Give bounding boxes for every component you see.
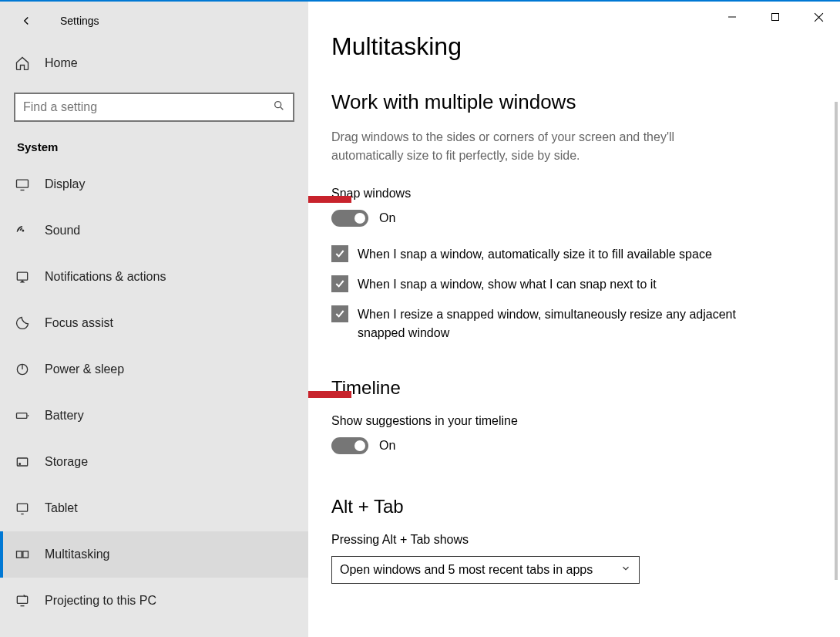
- sidebar: Settings Home System DisplaySoundNotific…: [0, 2, 308, 637]
- sidebar-item-label: Multitasking: [45, 548, 109, 561]
- section-alttab-heading: Alt + Tab: [331, 496, 840, 517]
- timeline-toggle[interactable]: [331, 437, 368, 454]
- snap-toggle[interactable]: [331, 210, 368, 227]
- notifications-icon: [14, 269, 31, 285]
- svg-point-0: [275, 102, 281, 108]
- snap-checkbox-2[interactable]: [331, 305, 348, 322]
- section-snap-desc: Drag windows to the sides or corners of …: [331, 128, 732, 165]
- section-timeline-heading: Timeline: [331, 377, 840, 399]
- focus-icon: [14, 315, 31, 331]
- alttab-label: Pressing Alt + Tab shows: [331, 533, 840, 547]
- sidebar-item-label: Power & sleep: [45, 362, 124, 376]
- search-box[interactable]: [14, 93, 294, 122]
- search-icon: [273, 99, 285, 115]
- sidebar-item-tablet[interactable]: Tablet: [0, 485, 308, 531]
- sidebar-item-sound[interactable]: Sound: [0, 207, 308, 254]
- page-title: Multitasking: [331, 32, 840, 61]
- svg-rect-9: [17, 551, 22, 558]
- alttab-dropdown[interactable]: Open windows and 5 most recent tabs in a…: [331, 556, 640, 584]
- power-icon: [14, 362, 31, 377]
- timeline-toggle-state: On: [379, 439, 395, 453]
- snap-toggle-state: On: [379, 211, 395, 225]
- chevron-down-icon: [620, 563, 631, 577]
- svg-rect-8: [17, 504, 27, 511]
- svg-point-7: [19, 463, 21, 465]
- timeline-label: Show suggestions in your timeline: [331, 414, 840, 428]
- svg-rect-11: [17, 596, 27, 603]
- sidebar-item-power[interactable]: Power & sleep: [0, 346, 308, 393]
- svg-rect-10: [23, 551, 29, 558]
- svg-rect-3: [17, 272, 27, 280]
- nav-list: DisplaySoundNotifications & actionsFocus…: [0, 161, 308, 637]
- nav-home-label: Home: [45, 56, 78, 70]
- svg-rect-6: [17, 458, 27, 466]
- snap-check-label-2: When I resize a snapped window, simultan…: [358, 305, 763, 341]
- sidebar-item-label: Focus assist: [45, 316, 113, 330]
- sidebar-item-label: Storage: [45, 455, 88, 469]
- sidebar-item-label: Notifications & actions: [45, 270, 166, 284]
- snap-checkbox-0[interactable]: [331, 245, 348, 262]
- snap-check-label-1: When I snap a window, show what I can sn…: [358, 275, 657, 293]
- tablet-icon: [14, 501, 31, 516]
- sidebar-item-focus[interactable]: Focus assist: [0, 300, 308, 346]
- svg-rect-1: [17, 180, 29, 187]
- sidebar-item-label: Battery: [45, 409, 84, 423]
- snap-checkbox-1[interactable]: [331, 275, 348, 292]
- nav-category: System: [0, 130, 308, 161]
- back-button[interactable]: [15, 10, 37, 32]
- home-icon: [14, 56, 31, 71]
- sidebar-item-label: Tablet: [45, 501, 78, 515]
- sidebar-item-display[interactable]: Display: [0, 161, 308, 207]
- sidebar-item-battery[interactable]: Battery: [0, 393, 308, 439]
- sidebar-item-label: Projecting to this PC: [45, 594, 156, 608]
- sidebar-item-projecting[interactable]: Projecting to this PC: [0, 578, 308, 624]
- nav-home[interactable]: Home: [0, 40, 308, 86]
- storage-icon: [14, 454, 31, 470]
- sidebar-item-storage[interactable]: Storage: [0, 439, 308, 485]
- sidebar-item-label: Sound: [45, 224, 80, 238]
- sidebar-item-multitasking[interactable]: Multitasking: [0, 531, 308, 578]
- projecting-icon: [14, 593, 31, 608]
- sidebar-item-notifications[interactable]: Notifications & actions: [0, 254, 308, 300]
- svg-point-2: [22, 230, 24, 231]
- multitasking-icon: [14, 547, 31, 562]
- content-pane: Multitasking Work with multiple windows …: [308, 2, 840, 637]
- sound-icon: [14, 223, 31, 238]
- scrollbar[interactable]: [835, 102, 838, 580]
- alttab-selected: Open windows and 5 most recent tabs in a…: [340, 563, 593, 577]
- titlebar: Settings: [0, 2, 308, 40]
- display-icon: [14, 177, 31, 192]
- section-snap-heading: Work with multiple windows: [331, 90, 840, 114]
- window-title: Settings: [60, 15, 99, 27]
- search-input[interactable]: [23, 100, 273, 114]
- search-container: [0, 93, 308, 122]
- battery-icon: [14, 408, 31, 423]
- snap-toggle-label: Snap windows: [331, 187, 840, 201]
- svg-rect-5: [17, 413, 27, 419]
- sidebar-item-label: Display: [45, 177, 85, 191]
- snap-check-label-0: When I snap a window, automatically size…: [358, 245, 712, 263]
